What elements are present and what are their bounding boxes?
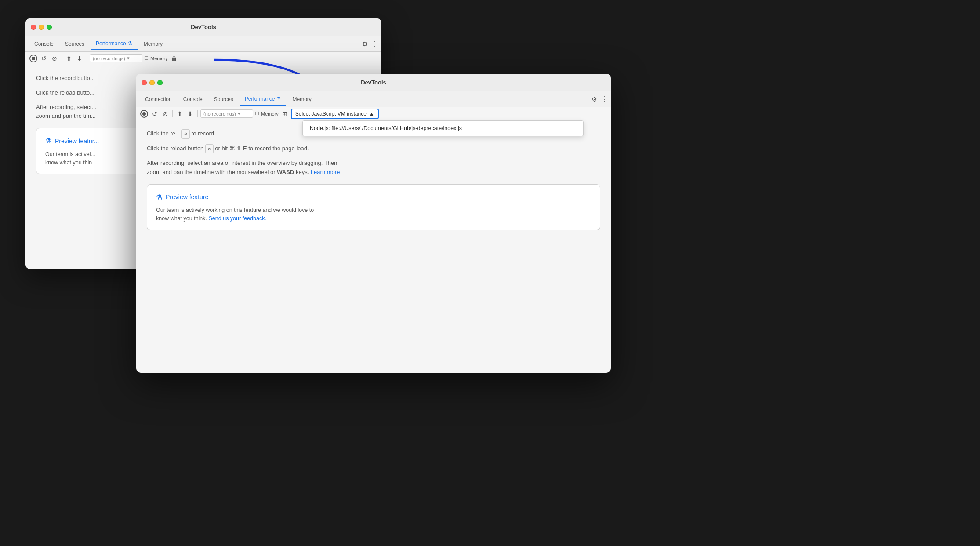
perf-icon: ⚗: [128, 40, 132, 46]
memory-checkbox-front[interactable]: ☐ Memory: [255, 111, 279, 116]
front-content: Click the re... ⊙ to record. Click the r…: [136, 120, 611, 239]
front-traffic-lights: [142, 80, 163, 85]
back-titlebar: DevTools: [25, 18, 381, 36]
reload-btn-front[interactable]: ↺: [150, 109, 159, 118]
trash-btn-back[interactable]: 🗑: [170, 54, 178, 63]
feedback-link[interactable]: Send us your feedback.: [209, 215, 266, 222]
back-tab-icons: ⚙ ⋮: [362, 40, 378, 48]
front-preview-title: ⚗ Preview feature: [156, 192, 591, 203]
perf-icon-front: ⚗: [276, 96, 281, 102]
dropdown-arrow-back: ▾: [127, 55, 130, 61]
recordings-dropdown-back[interactable]: (no recordings) ▾: [90, 54, 142, 62]
front-tab-console[interactable]: Console: [178, 94, 208, 105]
front-window-inner: DevTools Connection Console Sources Perf…: [136, 74, 611, 373]
record-btn-front[interactable]: [140, 109, 149, 118]
upload-btn-front[interactable]: ⬆: [175, 109, 184, 118]
front-preview-text: Our team is actively working on this fea…: [156, 206, 591, 223]
front-line-reload: Click the reload button ↺ or hit ⌘ ⇧ E t…: [147, 144, 600, 154]
back-tab-console[interactable]: Console: [29, 38, 59, 50]
close-button-front[interactable]: [142, 80, 147, 85]
back-tab-memory[interactable]: Memory: [138, 38, 168, 50]
back-window-title: DevTools: [191, 24, 216, 30]
vm-dropdown-item[interactable]: Node.js: file:///Users/ /Documents/GitHu…: [303, 121, 583, 136]
front-toolbar: ↺ ⊘ ⬆ ⬇ (no recordings) ▾ ☐ Memory ⊞ Sel…: [136, 107, 611, 120]
sep2-back: [87, 55, 87, 62]
sep1-front: [172, 110, 173, 117]
record-key: ⊙: [181, 129, 190, 139]
memory-checkbox-back[interactable]: ☐ Memory: [144, 55, 168, 61]
recordings-dropdown-front[interactable]: (no recordings) ▾: [200, 109, 253, 118]
back-tab-sources[interactable]: Sources: [60, 38, 90, 50]
vm-arrow-icon: ▲: [369, 111, 374, 117]
front-tab-connection[interactable]: Connection: [140, 94, 177, 105]
sep2-front: [197, 110, 198, 117]
minimize-button-back[interactable]: [39, 25, 44, 30]
clear-btn-back[interactable]: ⊘: [50, 54, 59, 63]
back-tabs: Console Sources Performance ⚗ Memory ⚙ ⋮: [25, 36, 381, 52]
cpu-icon-front: ⊞: [282, 110, 287, 117]
flask-icon-back: ⚗: [45, 135, 51, 147]
front-tab-memory[interactable]: Memory: [287, 94, 316, 105]
download-btn-back[interactable]: ⬇: [75, 54, 84, 63]
download-btn-front[interactable]: ⬇: [186, 109, 195, 118]
upload-btn-back[interactable]: ⬆: [65, 54, 73, 63]
front-preview-box: ⚗ Preview feature Our team is actively w…: [147, 184, 600, 230]
settings-icon-back[interactable]: ⚙: [362, 40, 368, 47]
maximize-button-back[interactable]: [47, 25, 52, 30]
back-tab-performance[interactable]: Performance ⚗: [91, 38, 138, 50]
record-btn-back[interactable]: [29, 54, 38, 63]
window-front: DevTools Connection Console Sources Perf…: [136, 74, 611, 373]
flask-icon-front: ⚗: [156, 192, 162, 203]
front-window-title: DevTools: [361, 79, 386, 86]
front-tab-performance[interactable]: Performance ⚗: [240, 93, 287, 106]
front-content-scroll[interactable]: Click the re... ⊙ to record. Click the r…: [136, 120, 611, 373]
sep1-back: [62, 55, 62, 62]
more-icon-back[interactable]: ⋮: [371, 40, 378, 48]
minimize-button-front[interactable]: [149, 80, 155, 85]
select-vm-button[interactable]: Select JavaScript VM instance ▲: [291, 109, 379, 119]
front-tabs: Connection Console Sources Performance ⚗…: [136, 91, 611, 107]
clear-btn-front[interactable]: ⊘: [161, 109, 170, 118]
maximize-button-front[interactable]: [157, 80, 163, 85]
front-titlebar: DevTools: [136, 74, 611, 91]
reload-key: ↺: [205, 144, 214, 154]
dropdown-arrow-front: ▾: [238, 111, 240, 116]
reload-btn-back[interactable]: ↺: [40, 54, 48, 63]
vm-dropdown[interactable]: Node.js: file:///Users/ /Documents/GitHu…: [302, 120, 584, 136]
back-traffic-lights: [31, 25, 52, 30]
settings-icon-front[interactable]: ⚙: [592, 96, 597, 103]
front-tab-sources[interactable]: Sources: [209, 94, 239, 105]
front-line-after: After recording, select an area of inter…: [147, 159, 600, 177]
back-toolbar: ↺ ⊘ ⬆ ⬇ (no recordings) ▾ ☐ Memory 🗑: [25, 52, 381, 65]
learn-more-link[interactable]: Learn more: [311, 169, 340, 175]
front-tab-icons: ⚙ ⋮: [592, 95, 607, 103]
more-icon-front[interactable]: ⋮: [601, 95, 607, 103]
close-button-back[interactable]: [31, 25, 36, 30]
